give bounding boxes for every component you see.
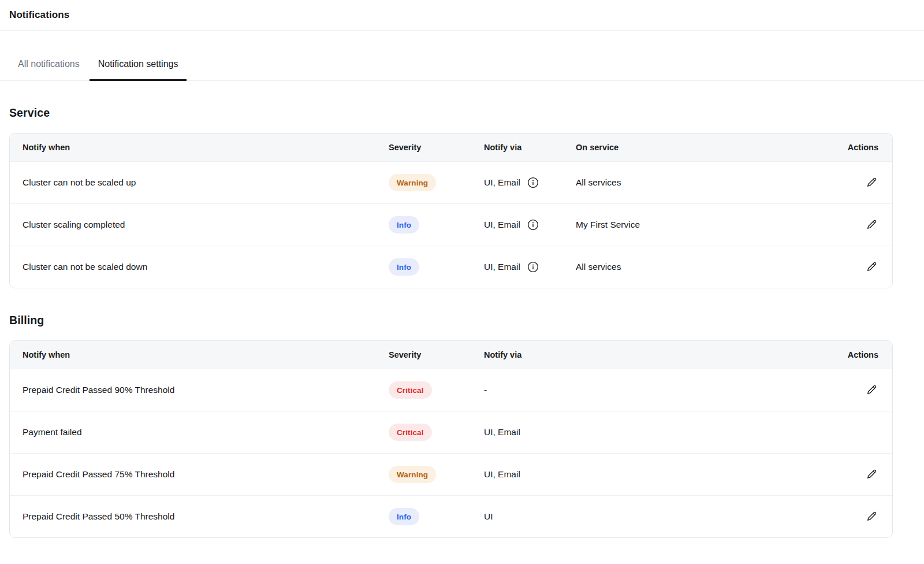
notify-when-cell: Cluster can not be scaled down bbox=[23, 262, 389, 272]
tab-bar: All notifications Notification settings bbox=[0, 49, 924, 81]
column-header-notify-via: Notify via bbox=[484, 350, 841, 359]
column-header-notify-via: Notify via bbox=[484, 143, 576, 152]
notify-via-value: UI, Email bbox=[484, 220, 520, 230]
pencil-icon bbox=[866, 265, 877, 274]
notify-when-cell: Payment failed bbox=[23, 427, 389, 437]
on-service-cell: All services bbox=[576, 177, 841, 188]
severity-badge: Warning bbox=[389, 174, 436, 191]
on-service-cell: All services bbox=[576, 262, 841, 272]
table-row: Cluster can not be scaled up Warning UI,… bbox=[10, 161, 892, 203]
edit-button[interactable] bbox=[865, 510, 878, 523]
edit-button[interactable] bbox=[865, 176, 878, 189]
page-header: Notifications bbox=[0, 0, 924, 31]
info-icon[interactable] bbox=[527, 261, 539, 273]
on-service-cell: My First Service bbox=[576, 220, 841, 230]
notify-via-value: UI, Email bbox=[484, 427, 520, 437]
edit-button[interactable] bbox=[865, 467, 878, 481]
column-header-notify-when: Notify when bbox=[23, 350, 389, 359]
billing-table-header: Notify when Severity Notify via Actions bbox=[10, 341, 892, 369]
table-row: Payment failed Critical UI, Email bbox=[10, 411, 892, 453]
tab-all-notifications[interactable]: All notifications bbox=[9, 49, 88, 81]
table-row: Cluster scaling completed Info UI, Email… bbox=[10, 203, 892, 246]
edit-button[interactable] bbox=[865, 218, 878, 231]
service-table-header: Notify when Severity Notify via On servi… bbox=[10, 133, 892, 161]
column-header-notify-when: Notify when bbox=[23, 143, 389, 152]
notify-when-cell: Cluster can not be scaled up bbox=[23, 177, 389, 188]
notify-via-value: UI, Email bbox=[484, 469, 520, 480]
pencil-icon bbox=[866, 181, 877, 190]
severity-badge: Critical bbox=[389, 424, 432, 441]
edit-button[interactable] bbox=[865, 383, 878, 396]
severity-badge: Critical bbox=[389, 381, 432, 399]
notify-via-value: UI, Email bbox=[484, 262, 520, 272]
notify-when-cell: Prepaid Credit Passed 90% Threshold bbox=[23, 385, 389, 395]
section-title-service: Service bbox=[9, 106, 924, 120]
column-header-severity: Severity bbox=[389, 143, 484, 152]
notify-when-cell: Prepaid Credit Passed 75% Threshold bbox=[23, 469, 389, 480]
column-header-on-service: On service bbox=[576, 143, 841, 152]
severity-badge: Info bbox=[389, 258, 419, 276]
info-icon[interactable] bbox=[527, 177, 539, 188]
severity-badge: Info bbox=[389, 508, 419, 525]
severity-badge: Info bbox=[389, 216, 419, 233]
pencil-icon bbox=[866, 473, 877, 481]
notify-via-value: UI bbox=[484, 511, 493, 522]
pencil-icon bbox=[866, 388, 877, 397]
page-title: Notifications bbox=[9, 9, 69, 21]
section-title-billing: Billing bbox=[9, 314, 924, 327]
notify-when-cell: Prepaid Credit Passed 50% Threshold bbox=[23, 511, 389, 522]
pencil-icon bbox=[866, 223, 877, 232]
notify-when-cell: Cluster scaling completed bbox=[23, 220, 389, 230]
column-header-actions: Actions bbox=[841, 143, 878, 152]
pencil-icon bbox=[866, 515, 877, 524]
table-row: Prepaid Credit Passed 90% Threshold Crit… bbox=[10, 369, 892, 411]
severity-badge: Warning bbox=[389, 466, 436, 483]
table-row: Prepaid Credit Passed 50% Threshold Info… bbox=[10, 495, 892, 537]
service-table: Notify when Severity Notify via On servi… bbox=[9, 133, 893, 288]
tab-notification-settings[interactable]: Notification settings bbox=[90, 49, 187, 81]
notify-via-value: UI, Email bbox=[484, 177, 520, 188]
column-header-actions: Actions bbox=[841, 350, 878, 359]
table-row: Cluster can not be scaled down Info UI, … bbox=[10, 246, 892, 288]
edit-button[interactable] bbox=[865, 260, 878, 273]
billing-table: Notify when Severity Notify via Actions … bbox=[9, 340, 893, 538]
table-row: Prepaid Credit Passed 75% Threshold Warn… bbox=[10, 453, 892, 495]
info-icon[interactable] bbox=[527, 219, 539, 231]
column-header-severity: Severity bbox=[389, 350, 484, 359]
notify-via-value: - bbox=[484, 385, 487, 395]
